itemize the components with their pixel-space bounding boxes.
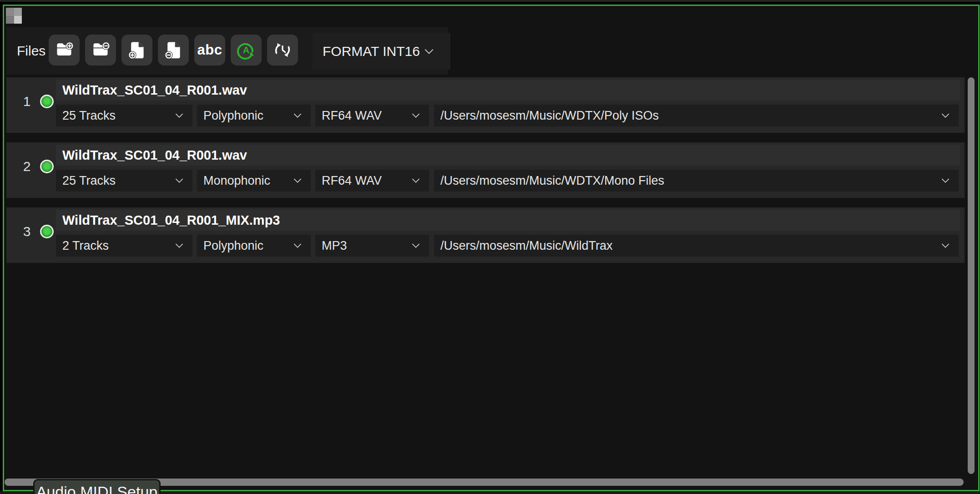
files-section-label: Files: [17, 27, 45, 75]
file-minus-icon: [163, 40, 183, 60]
filename-field[interactable]: WildTrax_SC01_04_R001.wav: [56, 145, 960, 166]
chevron-down-icon: [292, 110, 303, 121]
tracks-value: 25 Tracks: [56, 109, 173, 123]
remove-file-button[interactable]: [158, 35, 189, 66]
tracks-value: 2 Tracks: [56, 239, 173, 253]
filename-field[interactable]: WildTrax_SC01_04_R001_MIX.mp3: [56, 210, 960, 231]
file-plus-icon: [127, 40, 147, 60]
format-dropdown-value: FORMAT INT16: [313, 44, 422, 59]
sync-clock-icon: [272, 40, 293, 60]
file-row[interactable]: 3 WildTrax_SC01_04_R001_MIX.mp3 2 Tracks…: [6, 207, 965, 263]
mode-value: Polyphonic: [197, 109, 292, 123]
format-type-dropdown[interactable]: RF64 WAV: [315, 170, 429, 192]
file-row[interactable]: 1 WildTrax_SC01_04_R001.wav 25 Tracks Po…: [6, 77, 965, 133]
svg-text:A: A: [243, 45, 249, 55]
path-dropdown[interactable]: /Users/mosesm/Music/WDTX/Mono Files: [434, 170, 959, 192]
chevron-down-icon: [173, 175, 185, 187]
path-value: /Users/mosesm/Music/WildTrax: [434, 239, 940, 253]
filename-field[interactable]: WildTrax_SC01_04_R001.wav: [56, 80, 960, 101]
format-value: RF64 WAV: [315, 109, 410, 123]
thumbnail-quadrant: [6, 8, 14, 16]
status-led: [40, 95, 54, 108]
row-index: 3: [18, 224, 35, 239]
rename-abc-button[interactable]: abc: [194, 35, 225, 66]
chevron-down-icon: [940, 110, 951, 121]
mode-dropdown[interactable]: Polyphonic: [197, 105, 311, 126]
chevron-down-icon: [173, 110, 185, 121]
path-value: /Users/mosesm/Music/WDTX/Poly ISOs: [434, 109, 940, 123]
format-type-dropdown[interactable]: MP3: [315, 235, 429, 257]
tracks-dropdown[interactable]: 25 Tracks: [56, 105, 192, 126]
files-toolbar: Files: [6, 27, 448, 75]
add-file-button[interactable]: [121, 35, 152, 66]
chevron-down-icon: [292, 175, 303, 187]
mode-dropdown[interactable]: Polyphonic: [197, 235, 311, 257]
circular-arrow-a-icon: A: [235, 39, 257, 61]
auto-name-button[interactable]: A: [231, 35, 262, 66]
window-thumbnail-icon: [6, 8, 22, 24]
tracks-value: 25 Tracks: [56, 174, 173, 188]
remove-folder-button[interactable]: [85, 35, 116, 66]
app-tooltip: Audio MIDI Setup: [33, 479, 161, 494]
status-led: [40, 225, 54, 238]
thumbnail-quadrant: [14, 8, 22, 16]
mode-value: Monophonic: [197, 174, 292, 188]
add-folder-button[interactable]: [49, 35, 80, 66]
tracks-dropdown[interactable]: 2 Tracks: [56, 235, 192, 257]
folder-minus-icon: [91, 40, 111, 60]
chevron-down-icon: [410, 175, 422, 187]
abc-label: abc: [197, 42, 222, 58]
sync-history-button[interactable]: [267, 35, 298, 66]
chevron-down-icon: [410, 240, 422, 252]
mode-value: Polyphonic: [197, 239, 292, 253]
file-row[interactable]: 2 WildTrax_SC01_04_R001.wav 25 Tracks Mo…: [6, 142, 965, 198]
row-index: 2: [18, 159, 35, 174]
format-value: RF64 WAV: [315, 174, 410, 188]
thumbnail-quadrant: [6, 16, 14, 24]
chevron-down-icon: [422, 45, 436, 58]
vertical-scrollbar[interactable]: [968, 77, 975, 474]
folder-plus-icon: [54, 40, 74, 60]
desktop-top-strip: [0, 0, 980, 2]
format-dropdown[interactable]: FORMAT INT16: [313, 33, 450, 70]
chevron-down-icon: [940, 175, 951, 187]
format-type-dropdown[interactable]: RF64 WAV: [315, 105, 429, 126]
status-led: [40, 160, 54, 173]
row-index: 1: [18, 94, 35, 109]
thumbnail-quadrant: [14, 16, 22, 24]
chevron-down-icon: [940, 240, 951, 252]
path-dropdown[interactable]: /Users/mosesm/Music/WildTrax: [434, 235, 959, 257]
chevron-down-icon: [410, 110, 422, 121]
chevron-down-icon: [292, 240, 303, 252]
mode-dropdown[interactable]: Monophonic: [197, 170, 311, 192]
path-dropdown[interactable]: /Users/mosesm/Music/WDTX/Poly ISOs: [434, 105, 959, 126]
chevron-down-icon: [173, 240, 185, 252]
format-value: MP3: [315, 239, 410, 253]
tracks-dropdown[interactable]: 25 Tracks: [56, 170, 192, 192]
path-value: /Users/mosesm/Music/WDTX/Mono Files: [434, 174, 940, 188]
